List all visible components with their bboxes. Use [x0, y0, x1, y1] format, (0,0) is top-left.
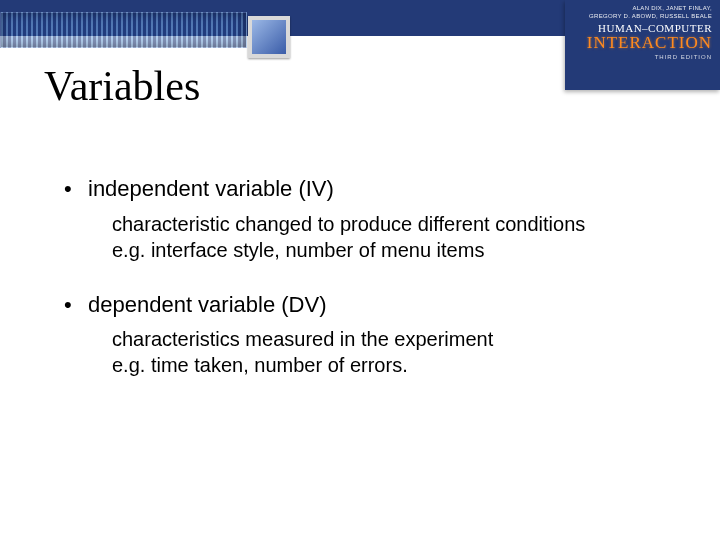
bullet-dv-heading: dependent variable (DV): [88, 292, 326, 317]
book-authors-line1: ALAN DIX, JANET FINLAY,: [565, 4, 712, 12]
book-cover: ALAN DIX, JANET FINLAY, GREGORY D. ABOWD…: [565, 0, 720, 90]
book-edition: THIRD EDITION: [565, 54, 712, 60]
slide-content: independent variable (IV) characteristic…: [64, 175, 664, 406]
bullet-iv-heading: independent variable (IV): [88, 176, 334, 201]
banner: ALAN DIX, JANET FINLAY, GREGORY D. ABOWD…: [0, 0, 720, 70]
book-title-bottom: INTERACTION: [565, 34, 712, 51]
book-authors-line2: GREGORY D. ABOWD, RUSSELL BEALE: [565, 12, 712, 20]
logo-square: [248, 16, 290, 58]
slide-title: Variables: [44, 62, 200, 110]
binary-strip-decoration: [0, 12, 247, 48]
bullet-dv-detail: characteristics measured in the experime…: [112, 326, 664, 378]
bullet-dv: dependent variable (DV): [64, 291, 664, 319]
bullet-iv: independent variable (IV): [64, 175, 664, 203]
bullet-iv-detail: characteristic changed to produce differ…: [112, 211, 664, 263]
